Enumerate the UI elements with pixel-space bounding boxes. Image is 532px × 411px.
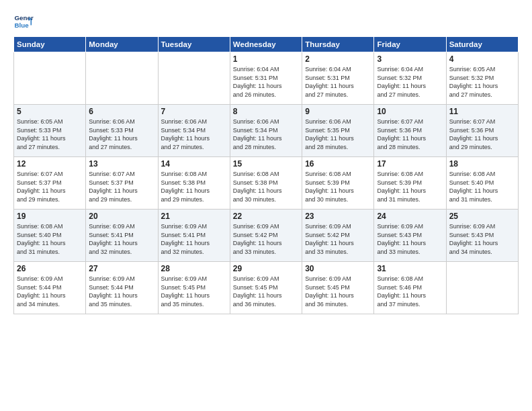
day-number: 16 <box>305 159 371 169</box>
day-number: 26 <box>17 264 83 273</box>
calendar-cell <box>446 262 518 314</box>
day-header-monday: Monday <box>86 37 158 52</box>
calendar-cell: 20Sunrise: 6:09 AM Sunset: 5:41 PM Dayli… <box>86 210 158 262</box>
day-number: 4 <box>449 54 515 64</box>
calendar-cell: 27Sunrise: 6:09 AM Sunset: 5:44 PM Dayli… <box>86 262 158 314</box>
day-number: 27 <box>89 264 154 273</box>
day-header-saturday: Saturday <box>446 37 518 52</box>
day-number: 22 <box>233 212 299 221</box>
calendar-cell: 13Sunrise: 6:07 AM Sunset: 5:37 PM Dayli… <box>86 157 158 210</box>
header: General Blue <box>13 12 519 32</box>
calendar-cell: 5Sunrise: 6:05 AM Sunset: 5:33 PM Daylig… <box>14 105 86 157</box>
calendar-cell: 12Sunrise: 6:07 AM Sunset: 5:37 PM Dayli… <box>14 157 86 210</box>
day-number: 28 <box>161 264 227 273</box>
calendar-cell: 7Sunrise: 6:06 AM Sunset: 5:34 PM Daylig… <box>158 105 230 157</box>
day-number: 1 <box>233 54 299 64</box>
cell-content: Sunrise: 6:09 AM Sunset: 5:43 PM Dayligh… <box>377 222 443 256</box>
day-number: 15 <box>233 159 299 169</box>
calendar-table: SundayMondayTuesdayWednesdayThursdayFrid… <box>13 36 519 314</box>
cell-content: Sunrise: 6:07 AM Sunset: 5:37 PM Dayligh… <box>89 170 154 203</box>
day-header-wednesday: Wednesday <box>230 37 302 52</box>
day-number: 3 <box>377 54 443 64</box>
day-header-friday: Friday <box>374 37 446 52</box>
calendar-cell: 25Sunrise: 6:09 AM Sunset: 5:43 PM Dayli… <box>446 210 518 262</box>
day-number: 9 <box>305 107 371 116</box>
calendar-cell: 9Sunrise: 6:06 AM Sunset: 5:35 PM Daylig… <box>302 105 374 157</box>
day-number: 13 <box>89 159 154 169</box>
calendar-cell: 31Sunrise: 6:08 AM Sunset: 5:46 PM Dayli… <box>374 262 446 314</box>
calendar-cell: 26Sunrise: 6:09 AM Sunset: 5:44 PM Dayli… <box>14 262 86 314</box>
day-header-tuesday: Tuesday <box>158 37 230 52</box>
calendar-cell: 18Sunrise: 6:08 AM Sunset: 5:40 PM Dayli… <box>446 157 518 210</box>
calendar-cell: 15Sunrise: 6:08 AM Sunset: 5:38 PM Dayli… <box>230 157 302 210</box>
cell-content: Sunrise: 6:08 AM Sunset: 5:39 PM Dayligh… <box>377 170 443 203</box>
cell-content: Sunrise: 6:09 AM Sunset: 5:43 PM Dayligh… <box>449 222 515 256</box>
logo-icon: General Blue <box>13 12 34 32</box>
calendar-cell: 22Sunrise: 6:09 AM Sunset: 5:42 PM Dayli… <box>230 210 302 262</box>
day-number: 31 <box>377 264 443 273</box>
day-number: 20 <box>89 212 154 221</box>
calendar-cell <box>86 52 158 105</box>
cell-content: Sunrise: 6:08 AM Sunset: 5:38 PM Dayligh… <box>233 170 299 203</box>
cell-content: Sunrise: 6:09 AM Sunset: 5:44 PM Dayligh… <box>17 275 83 308</box>
calendar-cell <box>14 52 86 105</box>
cell-content: Sunrise: 6:05 AM Sunset: 5:33 PM Dayligh… <box>17 118 83 151</box>
cell-content: Sunrise: 6:05 AM Sunset: 5:32 PM Dayligh… <box>449 65 515 99</box>
cell-content: Sunrise: 6:09 AM Sunset: 5:41 PM Dayligh… <box>161 222 227 256</box>
calendar-cell: 8Sunrise: 6:06 AM Sunset: 5:34 PM Daylig… <box>230 105 302 157</box>
cell-content: Sunrise: 6:09 AM Sunset: 5:45 PM Dayligh… <box>233 275 299 308</box>
cell-content: Sunrise: 6:06 AM Sunset: 5:33 PM Dayligh… <box>89 118 154 151</box>
cell-content: Sunrise: 6:09 AM Sunset: 5:42 PM Dayligh… <box>305 222 371 256</box>
day-number: 12 <box>17 159 83 169</box>
day-number: 30 <box>305 264 371 273</box>
calendar-cell: 19Sunrise: 6:08 AM Sunset: 5:40 PM Dayli… <box>14 210 86 262</box>
day-number: 10 <box>377 107 443 116</box>
calendar-cell <box>158 52 230 105</box>
cell-content: Sunrise: 6:08 AM Sunset: 5:39 PM Dayligh… <box>305 170 371 203</box>
day-number: 14 <box>161 159 227 169</box>
day-number: 21 <box>161 212 227 221</box>
day-number: 7 <box>161 107 227 116</box>
cell-content: Sunrise: 6:09 AM Sunset: 5:42 PM Dayligh… <box>233 222 299 256</box>
day-number: 24 <box>377 212 443 221</box>
cell-content: Sunrise: 6:08 AM Sunset: 5:38 PM Dayligh… <box>161 170 227 203</box>
cell-content: Sunrise: 6:06 AM Sunset: 5:34 PM Dayligh… <box>161 118 227 151</box>
calendar-cell: 6Sunrise: 6:06 AM Sunset: 5:33 PM Daylig… <box>86 105 158 157</box>
calendar-cell: 17Sunrise: 6:08 AM Sunset: 5:39 PM Dayli… <box>374 157 446 210</box>
calendar-cell: 29Sunrise: 6:09 AM Sunset: 5:45 PM Dayli… <box>230 262 302 314</box>
day-number: 8 <box>233 107 299 116</box>
calendar-cell: 30Sunrise: 6:09 AM Sunset: 5:45 PM Dayli… <box>302 262 374 314</box>
calendar-cell: 23Sunrise: 6:09 AM Sunset: 5:42 PM Dayli… <box>302 210 374 262</box>
cell-content: Sunrise: 6:09 AM Sunset: 5:44 PM Dayligh… <box>89 275 154 308</box>
calendar-cell: 11Sunrise: 6:07 AM Sunset: 5:36 PM Dayli… <box>446 105 518 157</box>
cell-content: Sunrise: 6:09 AM Sunset: 5:45 PM Dayligh… <box>161 275 227 308</box>
cell-content: Sunrise: 6:06 AM Sunset: 5:35 PM Dayligh… <box>305 118 371 151</box>
day-number: 17 <box>377 159 443 169</box>
day-number: 2 <box>305 54 371 64</box>
calendar-cell: 14Sunrise: 6:08 AM Sunset: 5:38 PM Dayli… <box>158 157 230 210</box>
day-number: 23 <box>305 212 371 221</box>
calendar-cell: 1Sunrise: 6:04 AM Sunset: 5:31 PM Daylig… <box>230 52 302 105</box>
cell-content: Sunrise: 6:09 AM Sunset: 5:41 PM Dayligh… <box>89 222 154 256</box>
day-number: 6 <box>89 107 154 116</box>
day-header-sunday: Sunday <box>14 37 86 52</box>
svg-text:Blue: Blue <box>15 21 30 29</box>
cell-content: Sunrise: 6:04 AM Sunset: 5:31 PM Dayligh… <box>233 65 299 99</box>
cell-content: Sunrise: 6:08 AM Sunset: 5:40 PM Dayligh… <box>17 222 83 256</box>
cell-content: Sunrise: 6:07 AM Sunset: 5:36 PM Dayligh… <box>449 118 515 151</box>
calendar-cell: 16Sunrise: 6:08 AM Sunset: 5:39 PM Dayli… <box>302 157 374 210</box>
calendar-cell: 3Sunrise: 6:04 AM Sunset: 5:32 PM Daylig… <box>374 52 446 105</box>
day-number: 19 <box>17 212 83 221</box>
day-number: 29 <box>233 264 299 273</box>
day-number: 18 <box>449 159 515 169</box>
cell-content: Sunrise: 6:04 AM Sunset: 5:32 PM Dayligh… <box>377 65 443 99</box>
cell-content: Sunrise: 6:09 AM Sunset: 5:45 PM Dayligh… <box>305 275 371 308</box>
calendar-cell: 4Sunrise: 6:05 AM Sunset: 5:32 PM Daylig… <box>446 52 518 105</box>
day-number: 5 <box>17 107 83 116</box>
calendar-cell: 21Sunrise: 6:09 AM Sunset: 5:41 PM Dayli… <box>158 210 230 262</box>
day-header-thursday: Thursday <box>302 37 374 52</box>
day-number: 25 <box>449 212 515 221</box>
cell-content: Sunrise: 6:08 AM Sunset: 5:46 PM Dayligh… <box>377 275 443 308</box>
cell-content: Sunrise: 6:08 AM Sunset: 5:40 PM Dayligh… <box>449 170 515 203</box>
calendar-cell: 28Sunrise: 6:09 AM Sunset: 5:45 PM Dayli… <box>158 262 230 314</box>
